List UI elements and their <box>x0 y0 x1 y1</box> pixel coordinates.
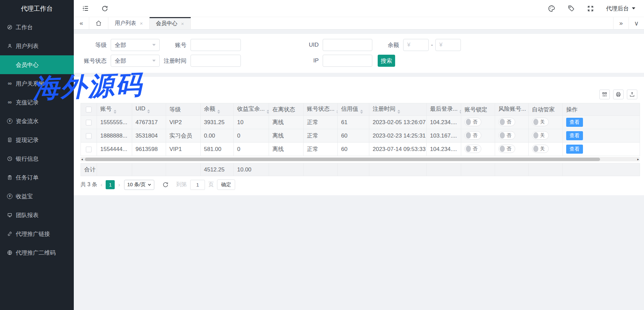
view-button[interactable]: 查看 <box>566 118 583 127</box>
tag-button[interactable] <box>568 5 575 12</box>
balance-label: 余额 <box>372 41 399 49</box>
locked-toggle[interactable]: 否 <box>465 131 481 140</box>
refresh-page-button[interactable] <box>101 5 108 12</box>
column-settings-icon <box>602 92 607 97</box>
risk-toggle[interactable]: 否 <box>498 131 515 140</box>
header-account-status[interactable]: 账号状态... <box>304 103 338 116</box>
theme-button[interactable] <box>548 5 555 12</box>
sidebar-item-yield-treasure[interactable]: ¥ 收益宝 <box>0 187 74 206</box>
sidebar-item-promo-qrcode[interactable]: 代理推广二维码 <box>0 243 74 262</box>
table-header-row: 账号 UID 等级 余额 收益宝余... 在离状态 账号状态... 信用值 注册… <box>81 103 640 116</box>
tabs-scroll-right-button[interactable]: » <box>613 17 629 29</box>
prev-page-button[interactable]: ‹ <box>101 182 103 188</box>
summary-cell <box>369 163 427 176</box>
header-risk[interactable]: 风险账号... <box>495 103 529 116</box>
reload-table-button[interactable] <box>162 182 169 188</box>
sort-icon[interactable] <box>267 110 269 114</box>
sidebar-item-fund-flow[interactable]: ¥ 资金流水 <box>0 112 74 131</box>
column-settings-button[interactable] <box>599 90 610 99</box>
goto-page-input[interactable] <box>190 180 205 190</box>
header-reg-time[interactable]: 注册时间 <box>369 103 427 116</box>
toggle-knob <box>533 146 538 152</box>
auto-butler-toggle[interactable]: 关 <box>532 118 549 126</box>
header-yeb-balance[interactable]: 收益宝余... <box>234 103 269 116</box>
risk-toggle[interactable]: 否 <box>498 118 515 126</box>
cell-online-status: 离线 <box>269 143 304 156</box>
sidebar-item-bank-info[interactable]: 银行信息 <box>0 149 74 168</box>
sort-icon[interactable] <box>147 109 150 114</box>
view-button[interactable]: 查看 <box>566 145 583 154</box>
header-uid[interactable]: UID <box>132 103 166 116</box>
auto-butler-toggle[interactable]: 关 <box>532 145 549 153</box>
account-status-select[interactable]: 全部 <box>111 55 160 67</box>
sidebar-item-relation-tree[interactable]: ∞ 用户关系树 <box>0 74 74 93</box>
tabs-more-button[interactable]: ∨ <box>629 17 644 29</box>
page-size-select[interactable]: 10 条/页 <box>124 180 154 190</box>
tab-user-list[interactable]: 用户列表 × <box>108 17 150 29</box>
select-all-checkbox[interactable] <box>86 107 92 112</box>
header-last-login[interactable]: 最后登录... <box>427 103 461 116</box>
sort-icon[interactable] <box>397 110 400 114</box>
next-page-button[interactable]: › <box>118 182 120 188</box>
user-menu[interactable]: 代理后台 <box>606 5 635 12</box>
fullscreen-button[interactable] <box>587 5 594 12</box>
sidebar-item-withdraw-records[interactable]: 提现记录 <box>0 131 74 149</box>
sidebar-item-team-report[interactable]: 团队报表 <box>0 206 74 224</box>
document-icon <box>7 137 12 143</box>
row-checkbox[interactable] <box>86 133 92 139</box>
scroll-right-icon[interactable]: ▸ <box>637 157 639 161</box>
page-1-button[interactable]: 1 <box>106 180 115 189</box>
ip-input[interactable] <box>323 55 372 67</box>
balance-max-input[interactable] <box>435 39 461 51</box>
header-balance[interactable]: 余额 <box>201 103 234 116</box>
search-button[interactable]: 搜索 <box>378 55 395 67</box>
risk-toggle[interactable]: 否 <box>498 145 515 153</box>
sidebar-item-task-orders[interactable]: 任务订单 <box>0 168 74 187</box>
sidebar-item-member-center[interactable]: 会员中心 <box>0 55 74 74</box>
header-account[interactable]: 账号 <box>97 103 132 116</box>
scroll-left-icon[interactable]: ◂ <box>81 157 83 161</box>
tabs-scroll-left-button[interactable]: « <box>74 17 89 29</box>
regtime-input[interactable] <box>191 55 241 67</box>
close-icon[interactable]: × <box>181 21 184 27</box>
view-button[interactable]: 查看 <box>566 131 583 140</box>
summary-yeb-total: 10.00 <box>234 163 269 176</box>
row-checkbox[interactable] <box>86 147 92 152</box>
sort-icon[interactable] <box>360 110 363 114</box>
table-row: 1888888... 3531804 实习会员 0.00 0 离线 正常 60 … <box>81 129 640 143</box>
cell-uid: 4767317 <box>132 116 166 129</box>
yuan-circle-icon: ¥ <box>7 194 12 199</box>
scrollbar-thumb[interactable] <box>85 158 600 161</box>
goto-confirm-button[interactable]: 确定 <box>217 179 235 190</box>
auto-butler-toggle[interactable]: 关 <box>532 131 549 140</box>
close-icon[interactable]: × <box>140 20 143 26</box>
refresh-icon <box>101 5 108 12</box>
sort-icon[interactable] <box>460 110 461 114</box>
sidebar-item-label: 会员中心 <box>16 61 39 69</box>
tab-member-center[interactable]: 会员中心 × <box>150 17 191 29</box>
table-toolbar <box>80 90 637 99</box>
infinity-icon: ∞ <box>7 81 12 86</box>
collapse-sidebar-button[interactable] <box>82 5 89 12</box>
level-select[interactable]: 全部 <box>111 39 160 51</box>
header-credit[interactable]: 信用值 <box>338 103 369 116</box>
tab-home[interactable] <box>89 17 108 29</box>
sidebar-item-label: 代理推广二维码 <box>16 249 56 257</box>
account-input[interactable] <box>191 39 241 51</box>
print-button[interactable] <box>613 90 624 99</box>
sidebar-item-promo-link[interactable]: 代理推广链接 <box>0 224 74 243</box>
locked-toggle[interactable]: 否 <box>465 145 481 153</box>
toggle-knob <box>533 119 538 125</box>
sidebar-item-user-list[interactable]: 用户列表 <box>0 37 74 55</box>
horizontal-scrollbar[interactable]: ◂ ▸ <box>80 157 640 161</box>
uid-input[interactable] <box>323 39 372 51</box>
row-checkbox[interactable] <box>86 120 92 125</box>
uid-label: UID <box>241 42 319 48</box>
sidebar-item-recharge-records[interactable]: ∞ 充值记录 <box>0 93 74 112</box>
balance-min-input[interactable] <box>403 39 429 51</box>
sidebar-item-workbench[interactable]: 工作台 <box>0 18 74 37</box>
sort-icon[interactable] <box>114 110 116 114</box>
locked-toggle[interactable]: 否 <box>465 118 481 126</box>
sort-icon[interactable] <box>217 110 220 114</box>
export-button[interactable] <box>627 90 637 99</box>
